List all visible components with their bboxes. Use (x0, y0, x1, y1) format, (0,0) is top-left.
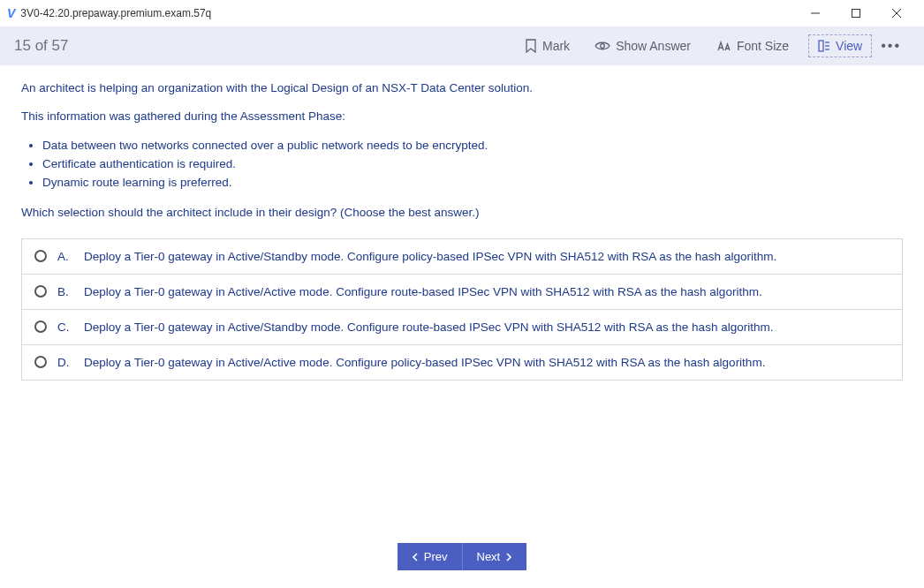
svg-point-4 (601, 44, 605, 49)
question-paragraph-1: An architect is helping an organization … (21, 79, 903, 97)
answer-a-text: Deploy a Tier-0 gateway in Active/Standb… (84, 250, 776, 263)
prev-label: Prev (424, 550, 448, 563)
radio-a[interactable] (34, 250, 47, 262)
nav-buttons: Prev Next (398, 543, 526, 570)
window-controls (795, 0, 917, 26)
bullet-3: Dynamic route learning is preferred. (42, 174, 903, 192)
view-button[interactable]: View (808, 34, 872, 57)
bookmark-icon (525, 39, 537, 53)
bullet-1: Data between two networks connected over… (42, 137, 903, 155)
next-label: Next (477, 550, 501, 563)
ellipsis-icon: ••• (881, 38, 901, 53)
answer-d-letter: D. (57, 356, 73, 369)
footer: Prev Next (0, 532, 924, 588)
show-answer-button[interactable]: Show Answer (582, 34, 703, 58)
answer-a[interactable]: A. Deploy a Tier-0 gateway in Active/Sta… (22, 239, 902, 275)
chevron-left-icon (412, 553, 419, 562)
toolbar-actions: Mark Show Answer Font Size View ••• (512, 33, 910, 59)
question-paragraph-3: Which selection should the architect inc… (21, 204, 903, 222)
answer-a-letter: A. (57, 250, 73, 263)
answer-d-text: Deploy a Tier-0 gateway in Active/Active… (84, 356, 765, 369)
answer-d[interactable]: D. Deploy a Tier-0 gateway in Active/Act… (22, 345, 902, 380)
answer-b[interactable]: B. Deploy a Tier-0 gateway in Active/Act… (22, 275, 902, 310)
toolbar: 15 of 57 Mark Show Answer Font Size View… (0, 26, 924, 65)
font-size-label: Font Size (737, 39, 789, 53)
answer-list: A. Deploy a Tier-0 gateway in Active/Sta… (21, 238, 903, 381)
answer-b-text: Deploy a Tier-0 gateway in Active/Active… (84, 285, 762, 298)
view-label: View (836, 39, 862, 53)
view-icon (818, 40, 830, 52)
question-text: An architect is helping an organization … (21, 79, 903, 222)
svg-rect-5 (819, 41, 823, 51)
bullet-2: Certificate authentication is required. (42, 155, 903, 173)
radio-d[interactable] (34, 356, 47, 368)
radio-b[interactable] (34, 285, 47, 298)
font-size-button[interactable]: Font Size (703, 34, 801, 58)
svg-rect-1 (852, 10, 860, 18)
titlebar-left: V 3V0-42.20.prepaway.premium.exam.57q (7, 6, 211, 20)
answer-c[interactable]: C. Deploy a Tier-0 gateway in Active/Sta… (22, 310, 902, 345)
mark-button[interactable]: Mark (512, 34, 582, 58)
maximize-button[interactable] (836, 0, 876, 26)
next-button[interactable]: Next (463, 543, 527, 570)
answer-c-letter: C. (57, 320, 73, 334)
prev-button[interactable]: Prev (398, 543, 463, 570)
answer-c-text: Deploy a Tier-0 gateway in Active/Standb… (84, 320, 773, 334)
minimize-button[interactable] (795, 0, 836, 26)
eye-icon (595, 40, 610, 52)
show-answer-label: Show Answer (616, 39, 691, 53)
answer-b-letter: B. (57, 285, 73, 298)
chevron-right-icon (505, 553, 512, 562)
font-size-icon (716, 40, 731, 52)
question-counter: 15 of 57 (14, 37, 68, 55)
radio-c[interactable] (34, 320, 47, 333)
mark-label: Mark (542, 39, 570, 53)
title-bar: V 3V0-42.20.prepaway.premium.exam.57q (0, 0, 924, 26)
more-button[interactable]: ••• (872, 33, 910, 59)
window-title: 3V0-42.20.prepaway.premium.exam.57q (20, 7, 211, 19)
question-bullets: Data between two networks connected over… (32, 137, 903, 192)
close-button[interactable] (876, 0, 917, 26)
content-area: An architect is helping an organization … (0, 65, 924, 532)
question-paragraph-2: This information was gathered during the… (21, 108, 903, 125)
app-icon: V (7, 6, 15, 20)
